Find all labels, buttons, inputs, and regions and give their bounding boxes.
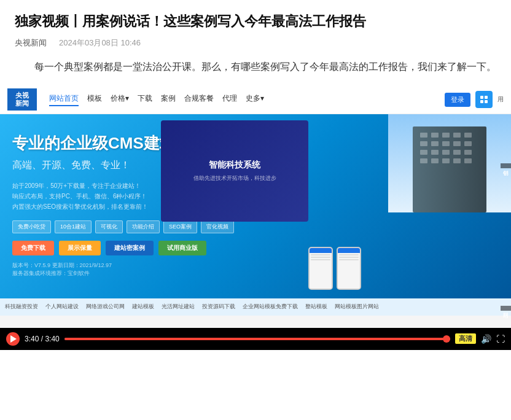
- footer-link-4: 建站模板: [132, 303, 154, 311]
- fake-nav-download: 下载: [138, 93, 152, 106]
- fullscreen-icon[interactable]: ⛶: [496, 334, 505, 344]
- svg-rect-14: [453, 141, 461, 146]
- fake-tag-2: 10合1建站: [55, 220, 92, 233]
- footer-link-9: 网站模板图片网站: [335, 303, 379, 311]
- progress-fill: [64, 338, 450, 340]
- svg-rect-12: [431, 141, 439, 146]
- laptop-screen: 智能科技系统 借助先进技术开拓市场，科技进步: [161, 120, 308, 222]
- svg-rect-10: [464, 133, 472, 138]
- svg-rect-15: [464, 141, 472, 146]
- play-button[interactable]: [6, 332, 20, 346]
- footer-link-1: 科技融资投资: [5, 303, 38, 311]
- svg-rect-2: [480, 100, 483, 103]
- svg-rect-18: [442, 150, 450, 155]
- fake-nav-suffix: 用: [497, 95, 504, 104]
- fake-nav-more: 史多▾: [246, 93, 264, 106]
- svg-rect-3: [485, 100, 488, 103]
- fake-btn-site: 建站密案例: [106, 241, 154, 255]
- svg-rect-24: [453, 158, 461, 163]
- fake-nav-home: 网站首页: [49, 93, 79, 106]
- svg-rect-25: [464, 158, 472, 163]
- fake-nav-agent: 代理: [222, 93, 237, 106]
- fake-nav-compliance: 合规客餐: [184, 93, 214, 106]
- fake-tag-1: 免费小吃贷: [12, 220, 51, 233]
- footer-link-2: 个人网站建设: [45, 303, 79, 311]
- video-player[interactable]: 央视 新闻 网站首页 模板 价格▾ 下载 案例 合规客餐 代理 史多▾ 登录 用: [0, 86, 511, 350]
- fake-tag-3: 可视化: [95, 220, 123, 233]
- svg-rect-9: [453, 133, 461, 138]
- video-content: 央视 新闻 网站首页 模板 价格▾ 下载 案例 合规客餐 代理 史多▾ 登录 用: [0, 86, 511, 328]
- fake-tag-5: SEO案例: [163, 220, 197, 233]
- progress-bar[interactable]: [64, 338, 450, 340]
- quality-badge: 高清: [455, 333, 476, 344]
- fake-nav-links: 网站首页 模板 价格▾ 下载 案例 合规客餐 代理 史多▾: [49, 93, 440, 106]
- fake-hero-right: 智能科技系统 借助先进技术开拓市场，科技进步: [302, 114, 511, 298]
- play-icon: [10, 335, 17, 343]
- svg-rect-8: [442, 133, 450, 138]
- phone-mock-2: [337, 247, 361, 290]
- building-bg: [388, 114, 511, 212]
- svg-rect-13: [442, 141, 450, 146]
- fake-hero-tags: 免费小吃贷 10合1建站 可视化 功能介绍 SEO案例 官化视频: [12, 220, 290, 233]
- article-meta: 央视新闻 2024年03月08日 10:46: [15, 37, 496, 49]
- fake-nav-icon: [475, 91, 493, 108]
- svg-rect-23: [442, 158, 450, 163]
- video-controls[interactable]: 3:40 / 3:40 高清 🔊 ⛶: [0, 328, 511, 350]
- fake-nav-login: 登录: [445, 93, 470, 107]
- svg-rect-17: [431, 150, 439, 155]
- fake-hero-version: 版本号：V7.5.9 更新日期：2021/9/12.97 服务器集成环境推荐：宝…: [12, 262, 290, 278]
- volume-icon[interactable]: 🔊: [481, 334, 491, 344]
- footer-link-8: 整站模板: [305, 303, 327, 311]
- fake-nav-case: 案例: [161, 93, 176, 106]
- svg-rect-11: [420, 141, 427, 146]
- svg-rect-22: [431, 158, 439, 163]
- svg-rect-6: [420, 133, 427, 138]
- article-title: 独家视频丨用案例说话！这些案例写入今年最高法工作报告: [15, 12, 496, 31]
- bottom-right-label: 网站: [501, 306, 511, 311]
- fake-nav-price: 价格▾: [111, 93, 129, 106]
- article-container: 独家视频丨用案例说话！这些案例写入今年最高法工作报告 央视新闻 2024年03月…: [0, 0, 511, 76]
- fake-tag-6: 官化视频: [201, 220, 234, 233]
- fake-hero-btns: 免费下载 展示保量 建站密案例 试用商业版: [12, 241, 290, 255]
- fake-btn-show: 展示保量: [59, 241, 101, 255]
- phone-mockups: [308, 247, 361, 290]
- svg-rect-20: [464, 150, 472, 155]
- fake-site-footer: 科技融资投资 个人网站建设 网络游戏公司网 建站模板 光活网址建站 投资源码下载…: [0, 298, 511, 316]
- phone-mock-1: [308, 247, 333, 290]
- fake-site-nav: 央视 新闻 网站首页 模板 价格▾ 下载 案例 合规客餐 代理 史多▾ 登录 用: [0, 86, 511, 114]
- article-source: 央视新闻: [15, 37, 47, 49]
- fake-btn-trial: 试用商业版: [158, 241, 206, 255]
- svg-rect-16: [420, 150, 427, 155]
- svg-rect-21: [420, 158, 427, 163]
- footer-link-6: 投资源码下载: [202, 303, 235, 311]
- fake-hero-right-inner: 智能科技系统 借助先进技术开拓市场，科技进步: [302, 114, 511, 298]
- article-body: 每一个典型案例都是一堂法治公开课。那么，有哪些案例写入了今年最高法的工作报告，我…: [15, 58, 496, 76]
- fake-nav-template: 模板: [87, 93, 102, 106]
- right-edge-label: 创销: [501, 163, 511, 168]
- svg-rect-5: [413, 126, 486, 212]
- fake-hero: 专业的企业级CMS建站系统 高端、开源、免费、专业！ 始于2009年，50万+下…: [0, 114, 511, 298]
- laptop-screen-content: 智能科技系统 借助先进技术开拓市场，科技进步: [193, 160, 276, 182]
- progress-dot: [443, 335, 450, 343]
- footer-link-3: 网络游戏公司网: [86, 303, 125, 311]
- svg-rect-1: [485, 96, 488, 99]
- svg-rect-7: [431, 133, 439, 138]
- time-display: 3:40 / 3:40: [25, 335, 60, 343]
- svg-rect-19: [453, 150, 461, 155]
- fake-site-logo: 央视 新闻: [7, 88, 37, 111]
- footer-link-7: 企业网站模板免费下载: [243, 303, 298, 311]
- fake-btn-download: 免费下载: [12, 241, 54, 255]
- fake-tag-4: 功能介绍: [127, 220, 160, 233]
- article-date: 2024年03月08日 10:46: [59, 37, 141, 49]
- footer-link-5: 光活网址建站: [162, 303, 195, 311]
- svg-rect-0: [480, 96, 483, 99]
